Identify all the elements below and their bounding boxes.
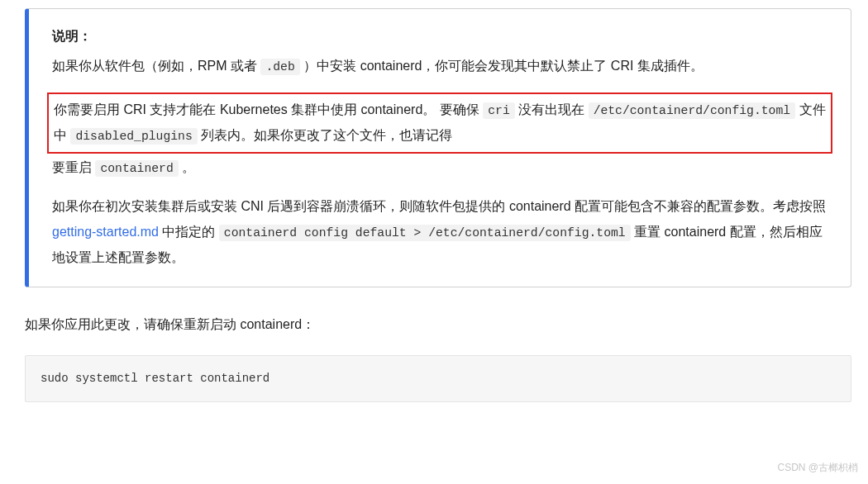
highlight-box: 你需要启用 CRI 支持才能在 Kubernetes 集群中使用 contain… bbox=[47, 93, 832, 154]
inline-code-disabled-plugins: disabled_plugins bbox=[70, 128, 197, 145]
inline-code-containerd: containerd bbox=[95, 160, 178, 177]
para3-text-a: 如果你在初次安装集群后或安装 CNI 后遇到容器崩溃循环，则随软件包提供的 co… bbox=[52, 199, 826, 213]
para2-tail-a: 要重启 bbox=[52, 160, 95, 174]
inline-code-cri: cri bbox=[483, 102, 515, 119]
getting-started-link[interactable]: getting-started.md bbox=[52, 225, 159, 239]
para2-tail-b: 。 bbox=[179, 160, 195, 174]
highlight-text-b: 没有出现在 bbox=[515, 102, 589, 116]
note-para-1: 如果你从软件包（例如，RPM 或者 .deb ）中安装 containerd，你… bbox=[52, 54, 827, 79]
code-block-restart: sudo systemctl restart containerd bbox=[25, 355, 851, 402]
note-para1-text-b: ）中安装 containerd，你可能会发现其中默认禁止了 CRI 集成插件。 bbox=[300, 59, 703, 73]
restart-instruction: 如果你应用此更改，请确保重新启动 containerd： bbox=[25, 312, 851, 337]
inline-code-deb: .deb bbox=[260, 59, 299, 75]
inline-code-default-cmd: containerd config default > /etc/contain… bbox=[219, 225, 631, 241]
highlight-text-d: 列表内。如果你更改了这个文件，也请记得 bbox=[198, 128, 452, 142]
inline-code-config-path: /etc/containerd/config.toml bbox=[589, 102, 795, 119]
note-para1-text-a: 如果你从软件包（例如，RPM 或者 bbox=[52, 59, 260, 73]
para3-text-b: 中指定的 bbox=[159, 225, 219, 239]
note-para-3: 如果你在初次安装集群后或安装 CNI 后遇到容器崩溃循环，则随软件包提供的 co… bbox=[52, 194, 827, 270]
note-box: 说明： 如果你从软件包（例如，RPM 或者 .deb ）中安装 containe… bbox=[25, 8, 851, 287]
highlight-text-a: 你需要启用 CRI 支持才能在 Kubernetes 集群中使用 contain… bbox=[54, 102, 483, 116]
note-para-2: 你需要启用 CRI 支持才能在 Kubernetes 集群中使用 contain… bbox=[52, 93, 827, 181]
note-title: 说明： bbox=[52, 24, 827, 49]
